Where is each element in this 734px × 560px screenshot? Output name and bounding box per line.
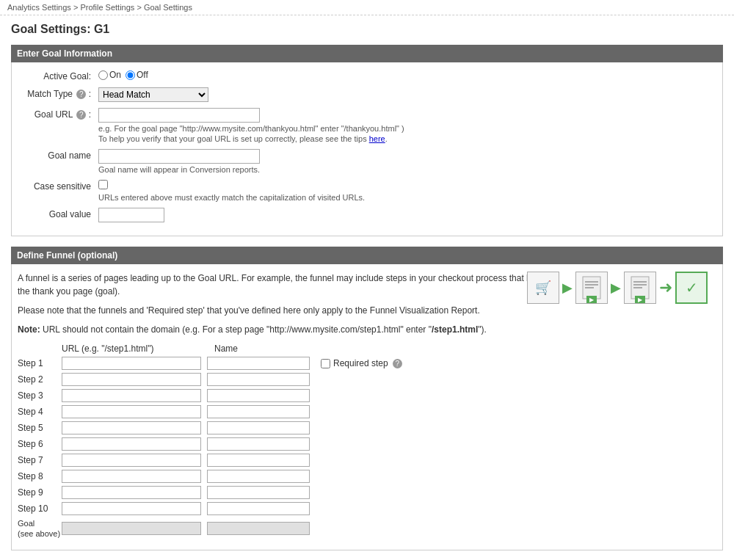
- match-type-select[interactable]: Head Match Exact Match Regular Expressio…: [98, 87, 208, 102]
- play-icon-1: ▶: [589, 297, 594, 303]
- match-type-field: Head Match Exact Match Regular Expressio…: [98, 87, 716, 102]
- goal-url-label: Goal URL ? :: [18, 108, 98, 120]
- arrow-icon-1: ▶: [562, 280, 573, 296]
- col-url-header: URL (e.g. "/step1.html"): [62, 343, 208, 354]
- match-type-label: Match Type ? :: [18, 87, 98, 99]
- main-content: Goal Settings: G1 Enter Goal Information…: [0, 15, 734, 560]
- svg-rect-5: [633, 281, 647, 283]
- enter-goal-body: Active Goal: On Off: [11, 62, 723, 236]
- goal-url-help-icon[interactable]: ?: [76, 110, 86, 120]
- checkmark-icon: ✓: [686, 279, 698, 297]
- required-step-help-icon[interactable]: ?: [393, 359, 402, 368]
- breadcrumb: Analytics Settings > Profile Settings > …: [0, 0, 734, 15]
- step-row-4: Step 4: [18, 405, 458, 418]
- enter-goal-section: Enter Goal Information Active Goal: On O…: [11, 45, 723, 236]
- step-url-input-8[interactable]: [62, 470, 201, 483]
- step-name-input-7[interactable]: [207, 454, 310, 467]
- radio-on[interactable]: [98, 70, 108, 80]
- note-example: /step1.html: [432, 324, 478, 335]
- step-url-input-1[interactable]: [62, 357, 201, 370]
- funnel-illustration: 🛒 ▶: [527, 272, 708, 304]
- goal-name-field: Goal name will appear in Conversion repo…: [98, 149, 716, 174]
- required-step-checkbox[interactable]: [321, 359, 330, 368]
- svg-rect-7: [633, 287, 642, 288]
- goal-value-label: Goal value: [18, 208, 98, 219]
- goal-final-icon: ✓: [675, 272, 708, 304]
- required-step-area: Required step ?: [321, 358, 402, 368]
- step-row-10: Step 10: [18, 502, 458, 515]
- step-name-input-3[interactable]: [207, 389, 310, 402]
- radio-off-label[interactable]: Off: [126, 70, 148, 80]
- goal-url-field: e.g. For the goal page "http://www.mysit…: [98, 108, 716, 143]
- col-name-header: Name: [214, 343, 324, 354]
- step-row-1: Step 1 Required step ?: [18, 357, 458, 370]
- arrow-icon-3: ➜: [659, 278, 672, 297]
- step-url-input-6[interactable]: [62, 437, 201, 451]
- goal-value-field: [98, 208, 716, 222]
- goal-name-hint: Goal name will appear in Conversion repo…: [98, 165, 716, 174]
- goal-url-row: Goal URL ? : e.g. For the goal page "htt…: [18, 108, 716, 143]
- page2-step-box: ▶: [624, 272, 656, 304]
- radio-on-text: On: [109, 70, 121, 80]
- goal-url-tips-link[interactable]: here: [369, 134, 385, 143]
- breadcrumb-part3: Goal Settings: [144, 3, 192, 12]
- radio-off[interactable]: [126, 70, 135, 80]
- svg-rect-6: [633, 284, 647, 286]
- match-type-row: Match Type ? : Head Match Exact Match Re…: [18, 87, 716, 102]
- step-label-2: Step 2: [18, 374, 62, 385]
- funnel-note-text: URL should not contain the domain (e.g. …: [43, 324, 487, 335]
- steps-header: URL (e.g. "/step1.html") Name: [18, 343, 458, 354]
- radio-on-label[interactable]: On: [98, 70, 121, 80]
- funnel-section: Define Funnel (optional) 🛒 ▶: [11, 247, 723, 550]
- required-step-label: Required step: [333, 358, 388, 368]
- step-url-input-10[interactable]: [62, 502, 201, 515]
- step-name-input-8[interactable]: [207, 470, 310, 483]
- step-name-input-1[interactable]: [207, 357, 310, 370]
- step-label-8: Step 8: [18, 471, 62, 481]
- page1-icon: ▶: [575, 272, 608, 304]
- step-label-5: Step 5: [18, 423, 62, 433]
- radio-off-text: Off: [137, 70, 148, 80]
- step-label-3: Step 3: [18, 390, 62, 401]
- step-name-input-9[interactable]: [207, 486, 310, 499]
- step-name-input-2[interactable]: [207, 373, 310, 386]
- step-label-9: Step 9: [18, 487, 62, 498]
- arrow-icon-2: ▶: [611, 280, 621, 296]
- play-icon-2: ▶: [638, 297, 642, 303]
- funnel-body: 🛒 ▶: [11, 264, 723, 550]
- step-name-input-10[interactable]: [207, 502, 310, 515]
- step-row-7: Step 7: [18, 454, 458, 467]
- step-row-6: Step 6: [18, 437, 458, 451]
- page2-icon: ▶: [624, 272, 656, 304]
- goal-url-hint: e.g. For the goal page "http://www.mysit…: [98, 124, 716, 133]
- step-url-input-4[interactable]: [62, 405, 201, 418]
- case-sensitive-checkbox[interactable]: [98, 180, 108, 189]
- step-name-input-goal: [207, 522, 310, 535]
- step-row-8: Step 8: [18, 470, 458, 483]
- step-name-input-5[interactable]: [207, 421, 310, 434]
- active-goal-label: Active Goal:: [18, 70, 98, 81]
- step-row-5: Step 5: [18, 421, 458, 434]
- case-sensitive-row: Case sensitive URLs entered above must e…: [18, 180, 716, 202]
- step-url-input-2[interactable]: [62, 373, 201, 386]
- goal-url-input[interactable]: [98, 108, 260, 123]
- active-goal-field: On Off: [98, 70, 716, 80]
- goal-url-hint2: To help you verify that your goal URL is…: [98, 134, 716, 143]
- match-type-help-icon[interactable]: ?: [76, 90, 86, 99]
- step-url-input-7[interactable]: [62, 454, 201, 467]
- step-url-input-5[interactable]: [62, 421, 201, 434]
- page-title: Goal Settings: G1: [11, 23, 723, 36]
- goal-name-input[interactable]: [98, 149, 260, 164]
- step-url-input-3[interactable]: [62, 389, 201, 402]
- note-bold: Note:: [18, 324, 40, 335]
- page-wrapper: Analytics Settings > Profile Settings > …: [0, 0, 734, 560]
- step-label-4: Step 4: [18, 407, 62, 417]
- breadcrumb-part2: Profile Settings: [80, 3, 134, 12]
- case-sensitive-field: URLs entered above must exactly match th…: [98, 180, 716, 202]
- cart-step-box: 🛒: [527, 272, 559, 304]
- case-sensitive-hint: URLs entered above must exactly match th…: [98, 193, 716, 202]
- step-url-input-9[interactable]: [62, 486, 201, 499]
- goal-value-input[interactable]: [98, 208, 164, 222]
- step-name-input-4[interactable]: [207, 405, 310, 418]
- step-name-input-6[interactable]: [207, 437, 310, 451]
